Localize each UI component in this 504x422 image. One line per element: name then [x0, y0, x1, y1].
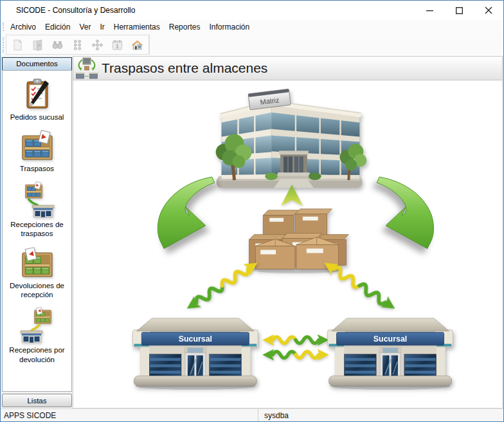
home-icon	[131, 37, 143, 53]
menu-archivo[interactable]: Archivo	[6, 21, 40, 33]
window-controls	[415, 1, 503, 20]
toolbar-group: 1	[6, 35, 149, 55]
green-arrow-left	[158, 177, 214, 248]
status-app-name: APPS SICODE	[1, 409, 258, 421]
wavy-arrow-horizontal-bottom	[262, 349, 328, 360]
wavy-arrow-right	[321, 257, 399, 314]
menu-herramientas[interactable]: Herramientas	[109, 21, 165, 33]
flow-nodes-icon	[91, 37, 104, 53]
home-button[interactable]	[127, 36, 147, 54]
shelf-green-arrow-store-icon	[19, 181, 55, 218]
transfer-diagram-icon	[75, 57, 98, 79]
maximize-icon	[456, 7, 463, 14]
wavy-arrow-horizontal-top	[262, 335, 328, 346]
sidebar-item-recepciones-devolucion[interactable]: Recepciones por devolución	[4, 306, 71, 364]
branch-store-right: Sucursal	[328, 318, 453, 390]
green-arrow-right	[377, 177, 433, 248]
toolbar-separator	[149, 35, 150, 55]
structure-grid-icon	[71, 37, 84, 53]
app-body: Documentos	[1, 56, 503, 408]
clipboard-pen-icon	[21, 77, 54, 111]
store-sign-text: Sucursal	[179, 335, 212, 344]
menu-informacion[interactable]: Información	[204, 21, 254, 33]
minimize-icon	[426, 7, 433, 14]
title-bar: SICODE - Consultoría y Desarrollo	[1, 1, 503, 20]
store-sign-text: Sucursal	[374, 335, 407, 344]
minimize-button[interactable]	[415, 1, 444, 20]
toolbar-grip[interactable]	[3, 37, 4, 53]
calendar-button[interactable]: 1	[107, 36, 127, 54]
open-document-button[interactable]	[28, 36, 48, 54]
new-document-icon	[12, 37, 24, 53]
search-button[interactable]	[48, 36, 68, 54]
structure-button[interactable]	[68, 36, 87, 54]
sidebar-item-recepciones-traspasos[interactable]: Recepciones de traspasos	[4, 181, 71, 239]
sidebar-panel: Pedidos sucusal	[2, 70, 72, 392]
sidebar-item-devoluciones-recepcion[interactable]: Devoluciones de recepción	[4, 246, 71, 300]
search-binoculars-icon	[51, 37, 64, 53]
sidebar-item-label: Traspasos	[20, 164, 54, 173]
menu-reportes[interactable]: Reportes	[165, 21, 205, 33]
sidebar-item-label: Recepciones por devolución	[4, 345, 71, 364]
maximize-button[interactable]	[444, 1, 474, 20]
page-title: Traspasos entre almacenes	[102, 60, 267, 76]
sidebar-item-label: Recepciones de traspasos	[4, 220, 71, 239]
main-area: Traspasos entre almacenes	[73, 56, 503, 408]
wavy-arrow-left	[183, 257, 261, 314]
sidebar-tab-documentos[interactable]: Documentos	[2, 57, 72, 70]
sidebar-item-label: Pedidos sucusal	[10, 113, 64, 122]
listas-button[interactable]: Listas	[2, 394, 72, 407]
window-title: SICODE - Consultoría y Desarrollo	[16, 6, 135, 15]
sidebar: Documentos	[1, 56, 73, 408]
menu-ver[interactable]: Ver	[75, 21, 95, 33]
menu-bar: Archivo Edición Ver Ir Herramientas Repo…	[1, 20, 503, 33]
shelf-yellow-arrow-store-icon	[19, 306, 55, 344]
branch-store-left: Sucursal	[132, 318, 258, 390]
shelf-green-boxes-return-icon	[21, 246, 54, 279]
status-user: sysdba	[258, 411, 289, 420]
sidebar-item-traspasos[interactable]: Traspasos	[4, 129, 71, 173]
shelf-blue-boxes-icon	[21, 129, 54, 162]
calendar-icon: 1	[111, 37, 123, 53]
matriz-building: Matriz	[216, 89, 367, 188]
close-icon	[485, 6, 492, 14]
flow-button[interactable]	[87, 36, 107, 54]
menu-grip[interactable]	[3, 23, 4, 31]
app-window: SICODE - Consultoría y Desarrollo Archiv…	[0, 0, 504, 422]
open-document-icon	[32, 37, 44, 53]
status-bar: APPS SICODE sysdba	[1, 408, 503, 421]
menu-ir[interactable]: Ir	[95, 21, 109, 33]
illustration-canvas: Matriz	[73, 80, 503, 408]
content-header: Traspasos entre almacenes	[73, 56, 503, 80]
close-button[interactable]	[474, 1, 503, 20]
svg-text:1: 1	[116, 42, 119, 49]
menu-edicion[interactable]: Edición	[40, 21, 75, 33]
sidebar-item-label: Devoluciones de recepción	[4, 281, 71, 300]
warehouse-transfer-illustration: Matriz	[73, 80, 502, 408]
sidebar-item-pedidos-sucursal[interactable]: Pedidos sucusal	[4, 77, 71, 122]
new-document-button[interactable]	[8, 36, 28, 54]
toolbar: 1	[1, 33, 503, 56]
